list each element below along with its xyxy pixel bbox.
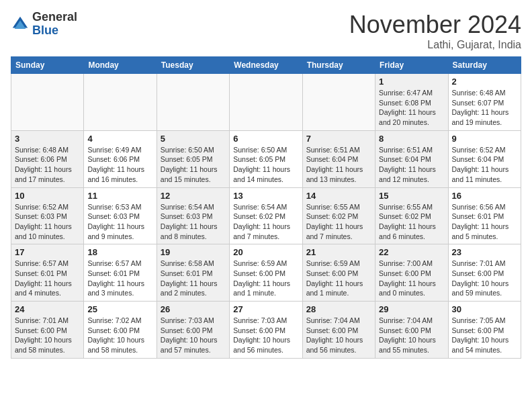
- day-number: 11: [87, 191, 152, 201]
- day-number: 24: [15, 304, 80, 314]
- day-number: 8: [379, 134, 444, 144]
- day-info: Sunrise: 6:48 AMSunset: 6:07 PMDaylight:…: [452, 88, 517, 128]
- day-number: 17: [15, 247, 80, 257]
- week-row-5: 24Sunrise: 7:01 AMSunset: 6:00 PMDayligh…: [11, 302, 521, 359]
- day-info: Sunrise: 7:00 AMSunset: 6:00 PMDaylight:…: [379, 259, 444, 298]
- day-info: Sunrise: 7:05 AMSunset: 6:00 PMDaylight:…: [452, 316, 517, 355]
- day-info: Sunrise: 6:49 AMSunset: 6:06 PMDaylight:…: [87, 145, 152, 185]
- day-number: 28: [306, 304, 371, 314]
- day-info: Sunrise: 7:04 AMSunset: 6:00 PMDaylight:…: [306, 316, 371, 355]
- calendar-cell: 2Sunrise: 6:48 AMSunset: 6:07 PMDaylight…: [448, 74, 521, 131]
- weekday-header-saturday: Saturday: [448, 57, 521, 74]
- week-row-2: 3Sunrise: 6:48 AMSunset: 6:06 PMDaylight…: [11, 130, 521, 187]
- weekday-header-thursday: Thursday: [302, 57, 375, 74]
- calendar-cell: 5Sunrise: 6:50 AMSunset: 6:05 PMDaylight…: [157, 130, 229, 187]
- day-info: Sunrise: 6:53 AMSunset: 6:03 PMDaylight:…: [87, 202, 152, 242]
- calendar-cell: 12Sunrise: 6:54 AMSunset: 6:03 PMDayligh…: [157, 187, 229, 244]
- day-info: Sunrise: 6:57 AMSunset: 6:01 PMDaylight:…: [87, 259, 152, 298]
- calendar-cell: 15Sunrise: 6:55 AMSunset: 6:02 PMDayligh…: [375, 187, 448, 244]
- day-info: Sunrise: 6:51 AMSunset: 6:04 PMDaylight:…: [306, 145, 371, 185]
- calendar-cell: 14Sunrise: 6:55 AMSunset: 6:02 PMDayligh…: [302, 187, 375, 244]
- day-info: Sunrise: 6:54 AMSunset: 6:03 PMDaylight:…: [161, 202, 226, 242]
- day-info: Sunrise: 6:51 AMSunset: 6:04 PMDaylight:…: [379, 145, 444, 185]
- day-number: 26: [161, 304, 226, 314]
- day-number: 30: [452, 304, 517, 314]
- calendar-cell: 29Sunrise: 7:04 AMSunset: 6:00 PMDayligh…: [375, 302, 448, 359]
- day-number: 22: [379, 247, 444, 257]
- calendar-cell: 20Sunrise: 6:59 AMSunset: 6:00 PMDayligh…: [230, 244, 302, 302]
- day-number: 7: [306, 134, 371, 144]
- calendar-cell: 3Sunrise: 6:48 AMSunset: 6:06 PMDaylight…: [11, 130, 84, 187]
- day-number: 15: [379, 191, 444, 201]
- weekday-header-monday: Monday: [84, 57, 157, 74]
- calendar-cell: 9Sunrise: 6:52 AMSunset: 6:04 PMDaylight…: [448, 130, 521, 187]
- day-info: Sunrise: 6:50 AMSunset: 6:05 PMDaylight:…: [161, 145, 226, 185]
- calendar-cell: 24Sunrise: 7:01 AMSunset: 6:00 PMDayligh…: [11, 302, 84, 359]
- calendar-cell: [11, 74, 84, 131]
- logo-text: General Blue: [32, 11, 77, 38]
- week-row-3: 10Sunrise: 6:52 AMSunset: 6:03 PMDayligh…: [11, 187, 521, 244]
- day-info: Sunrise: 7:03 AMSunset: 6:00 PMDaylight:…: [233, 316, 298, 355]
- calendar-cell: 16Sunrise: 6:56 AMSunset: 6:01 PMDayligh…: [448, 187, 521, 244]
- day-info: Sunrise: 6:55 AMSunset: 6:02 PMDaylight:…: [306, 202, 371, 242]
- week-row-1: 1Sunrise: 6:47 AMSunset: 6:08 PMDaylight…: [11, 74, 521, 131]
- day-number: 4: [87, 134, 152, 144]
- day-info: Sunrise: 6:59 AMSunset: 6:00 PMDaylight:…: [233, 259, 298, 298]
- calendar-cell: 26Sunrise: 7:03 AMSunset: 6:00 PMDayligh…: [157, 302, 229, 359]
- day-number: 29: [379, 304, 444, 314]
- day-number: 21: [306, 247, 371, 257]
- day-info: Sunrise: 7:02 AMSunset: 6:00 PMDaylight:…: [87, 316, 152, 355]
- title-block: November 2024 Lathi, Gujarat, India: [349, 11, 521, 51]
- calendar-cell: [302, 74, 375, 131]
- day-info: Sunrise: 6:50 AMSunset: 6:05 PMDaylight:…: [233, 145, 298, 185]
- calendar-cell: 23Sunrise: 7:01 AMSunset: 6:00 PMDayligh…: [448, 244, 521, 302]
- day-number: 1: [379, 77, 444, 87]
- day-info: Sunrise: 6:54 AMSunset: 6:02 PMDaylight:…: [233, 202, 298, 242]
- day-number: 6: [233, 134, 298, 144]
- day-info: Sunrise: 6:56 AMSunset: 6:01 PMDaylight:…: [452, 202, 517, 242]
- day-info: Sunrise: 7:03 AMSunset: 6:00 PMDaylight:…: [161, 316, 226, 355]
- day-number: 2: [452, 77, 517, 87]
- calendar-cell: 8Sunrise: 6:51 AMSunset: 6:04 PMDaylight…: [375, 130, 448, 187]
- page-header: General Blue November 2024 Lathi, Gujara…: [11, 11, 521, 51]
- day-info: Sunrise: 7:04 AMSunset: 6:00 PMDaylight:…: [379, 316, 444, 355]
- day-number: 3: [15, 134, 80, 144]
- day-number: 5: [161, 134, 226, 144]
- logo: General Blue: [11, 11, 77, 38]
- calendar-cell: 21Sunrise: 6:59 AMSunset: 6:00 PMDayligh…: [302, 244, 375, 302]
- day-number: 27: [233, 304, 298, 314]
- calendar-cell: 17Sunrise: 6:57 AMSunset: 6:01 PMDayligh…: [11, 244, 84, 302]
- day-number: 20: [233, 247, 298, 257]
- day-number: 14: [306, 191, 371, 201]
- day-info: Sunrise: 6:58 AMSunset: 6:01 PMDaylight:…: [161, 259, 226, 298]
- logo-icon: [11, 15, 30, 34]
- weekday-header-tuesday: Tuesday: [157, 57, 229, 74]
- day-info: Sunrise: 6:52 AMSunset: 6:04 PMDaylight:…: [452, 145, 517, 185]
- calendar-cell: 13Sunrise: 6:54 AMSunset: 6:02 PMDayligh…: [230, 187, 302, 244]
- day-info: Sunrise: 7:01 AMSunset: 6:00 PMDaylight:…: [452, 259, 517, 298]
- day-number: 9: [452, 134, 517, 144]
- location: Lathi, Gujarat, India: [349, 39, 521, 51]
- calendar-table: SundayMondayTuesdayWednesdayThursdayFrid…: [11, 56, 521, 359]
- month-title: November 2024: [349, 11, 521, 39]
- calendar-cell: 6Sunrise: 6:50 AMSunset: 6:05 PMDaylight…: [230, 130, 302, 187]
- day-info: Sunrise: 6:59 AMSunset: 6:00 PMDaylight:…: [306, 259, 371, 298]
- day-info: Sunrise: 6:57 AMSunset: 6:01 PMDaylight:…: [15, 259, 80, 298]
- day-number: 10: [15, 191, 80, 201]
- day-info: Sunrise: 6:48 AMSunset: 6:06 PMDaylight:…: [15, 145, 80, 185]
- calendar-cell: 11Sunrise: 6:53 AMSunset: 6:03 PMDayligh…: [84, 187, 157, 244]
- calendar-cell: 4Sunrise: 6:49 AMSunset: 6:06 PMDaylight…: [84, 130, 157, 187]
- calendar-cell: 28Sunrise: 7:04 AMSunset: 6:00 PMDayligh…: [302, 302, 375, 359]
- calendar-cell: 22Sunrise: 7:00 AMSunset: 6:00 PMDayligh…: [375, 244, 448, 302]
- day-number: 19: [161, 247, 226, 257]
- calendar-cell: 30Sunrise: 7:05 AMSunset: 6:00 PMDayligh…: [448, 302, 521, 359]
- calendar-cell: 25Sunrise: 7:02 AMSunset: 6:00 PMDayligh…: [84, 302, 157, 359]
- week-row-4: 17Sunrise: 6:57 AMSunset: 6:01 PMDayligh…: [11, 244, 521, 302]
- day-number: 18: [87, 247, 152, 257]
- day-number: 25: [87, 304, 152, 314]
- calendar-cell: 10Sunrise: 6:52 AMSunset: 6:03 PMDayligh…: [11, 187, 84, 244]
- weekday-header-friday: Friday: [375, 57, 448, 74]
- day-info: Sunrise: 6:55 AMSunset: 6:02 PMDaylight:…: [379, 202, 444, 242]
- weekday-header-wednesday: Wednesday: [230, 57, 302, 74]
- calendar-cell: 7Sunrise: 6:51 AMSunset: 6:04 PMDaylight…: [302, 130, 375, 187]
